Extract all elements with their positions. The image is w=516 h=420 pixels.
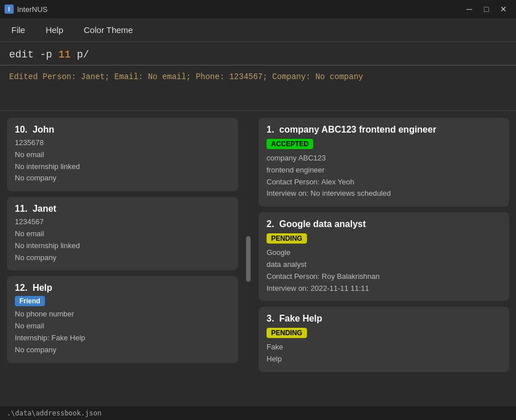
person-help-email: No email xyxy=(15,320,230,332)
internship-3-title: 3. Fake Help xyxy=(267,314,501,324)
title-bar-left: I InterNUS xyxy=(5,5,47,14)
person-card-help[interactable]: 12. Help Friend No phone number No email… xyxy=(7,276,238,363)
internship-1-title: 1. company ABC123 frontend engineer xyxy=(267,125,501,135)
cmd-p-flag: -p xyxy=(40,49,52,60)
title-bar: I InterNUS ─ □ ✕ xyxy=(0,0,516,18)
menu-file[interactable]: File xyxy=(7,23,30,37)
person-janet-company: No company xyxy=(15,252,230,264)
menu-help[interactable]: Help xyxy=(41,23,68,37)
status-bar: .\data\addressbook.json xyxy=(0,406,516,420)
person-help-internship: Internship: Fake Help xyxy=(15,332,230,344)
internship-3-company: Fake xyxy=(267,341,501,353)
command-line: edit -p 11 p/ xyxy=(9,49,507,60)
internship-3-status: PENDING xyxy=(267,328,307,338)
person-help-company: No company xyxy=(15,344,230,356)
close-button[interactable]: ✕ xyxy=(495,3,511,15)
main-content: 10. John 1235678 No email No internship … xyxy=(0,111,516,406)
internship-list: 1. company ABC123 frontend engineer ACCE… xyxy=(252,111,516,406)
person-card-janet[interactable]: 11. Janet 1234567 No email No internship… xyxy=(7,197,238,270)
cmd-suffix: p/ xyxy=(77,49,89,60)
cmd-edit: edit xyxy=(9,49,34,60)
internship-card-2[interactable]: 2. Google data analyst PENDING Google da… xyxy=(259,212,509,301)
output-text: Edited Person: Janet; Email: No email; P… xyxy=(9,72,507,81)
person-john-company: No company xyxy=(15,172,230,184)
person-john-email: No email xyxy=(15,149,230,161)
app-icon: I xyxy=(5,5,14,14)
cmd-number: 11 xyxy=(58,49,71,60)
person-john-name: 10. John xyxy=(15,125,230,135)
internship-1-contact: Contact Person: Alex Yeoh xyxy=(267,176,501,188)
internship-2-title: 2. Google data analyst xyxy=(267,219,501,229)
command-area: edit -p 11 p/ xyxy=(0,42,516,65)
scroll-thumb[interactable] xyxy=(246,236,251,282)
window-controls: ─ □ ✕ xyxy=(461,3,511,15)
panel-divider xyxy=(245,111,252,406)
menu-color-theme[interactable]: Color Theme xyxy=(79,23,137,37)
internship-card-3[interactable]: 3. Fake Help PENDING Fake Help xyxy=(259,307,509,372)
person-card-john[interactable]: 10. John 1235678 No email No internship … xyxy=(7,118,238,191)
person-janet-email: No email xyxy=(15,228,230,240)
person-help-tag: Friend xyxy=(15,296,45,306)
person-john-internship: No internship linked xyxy=(15,161,230,173)
person-janet-phone: 1234567 xyxy=(15,216,230,228)
internship-1-company: company ABC123 xyxy=(267,153,501,164)
person-janet-internship: No internship linked xyxy=(15,240,230,252)
internship-2-company: Google xyxy=(267,247,501,259)
internship-2-contact: Contact Person: Roy Balakrishnan xyxy=(267,271,501,283)
internship-3-role: Help xyxy=(267,353,501,365)
output-area: Edited Person: Janet; Email: No email; P… xyxy=(0,65,516,111)
person-help-name: 12. Help xyxy=(15,283,230,293)
internship-card-1[interactable]: 1. company ABC123 frontend engineer ACCE… xyxy=(259,118,509,207)
app-name: InterNUS xyxy=(17,5,47,14)
internship-2-status: PENDING xyxy=(267,233,307,244)
status-path: .\data\addressbook.json xyxy=(7,409,101,417)
internship-1-role: frontend engineer xyxy=(267,164,501,176)
person-list: 10. John 1235678 No email No internship … xyxy=(0,111,245,406)
maximize-button[interactable]: □ xyxy=(478,3,494,15)
internship-2-interview: Interview on: 2022-11-11 11:11 xyxy=(267,283,501,295)
person-help-phone: No phone number xyxy=(15,308,230,320)
minimize-button[interactable]: ─ xyxy=(461,3,477,15)
internship-1-status: ACCEPTED xyxy=(267,139,313,149)
person-janet-name: 11. Janet xyxy=(15,204,230,214)
internship-1-interview: Interview on: No interviews scheduled xyxy=(267,188,501,200)
menu-bar: File Help Color Theme xyxy=(0,18,516,42)
person-john-phone: 1235678 xyxy=(15,137,230,149)
internship-2-role: data analyst xyxy=(267,259,501,271)
